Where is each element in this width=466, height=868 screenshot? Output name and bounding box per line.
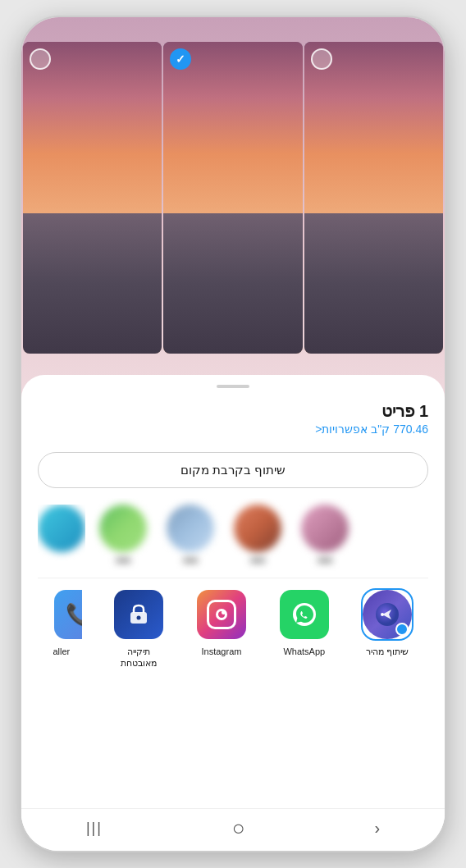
nav-back-button[interactable]: ||| (70, 813, 119, 843)
whatsapp-icon (280, 590, 329, 639)
tikiya-icon (114, 590, 163, 639)
selection-circle-1[interactable] (30, 48, 51, 70)
app-item-tikiya[interactable]: תיקייהמאובטחת (112, 588, 165, 669)
app-item-instagram[interactable]: Instagram (195, 588, 248, 669)
share-subtitle: 770.46 ק"ב אפשרויות< (38, 423, 428, 436)
app-icon-tikiya (112, 588, 165, 641)
contact-avatar-1 (99, 505, 147, 552)
share-title: 1 פריט (38, 401, 428, 421)
ig-ring (207, 600, 236, 629)
app-label-quickshare: שיתוף מהיר (366, 646, 409, 657)
contact-item-3[interactable]: ■■■ (228, 505, 287, 564)
contacts-row: ■■■ ■■■ ■■■ ■■■ (38, 498, 428, 571)
app-item-whatsapp[interactable]: WhatsApp (278, 588, 331, 669)
app-item-partial[interactable]: 📞 aller (53, 588, 82, 669)
contact-name-3: ■■■ (250, 555, 265, 564)
app-label-whatsapp: WhatsApp (283, 646, 325, 657)
gallery-area (21, 17, 445, 419)
selection-circle-3[interactable] (311, 48, 332, 70)
app-icon-quickshare (361, 588, 413, 641)
contact-name-1: ■■■ (116, 555, 130, 564)
photo-strip (21, 17, 445, 419)
contact-name-2: ■■■ (183, 555, 198, 564)
svg-point-1 (137, 616, 141, 620)
contact-item-2[interactable]: ■■■ (161, 505, 220, 564)
app-label-tikiya: תיקייהמאובטחת (121, 646, 157, 669)
svg-point-4 (381, 613, 384, 616)
app-item-quickshare[interactable]: שיתוף מהיר (361, 588, 413, 669)
app-label-instagram: Instagram (202, 646, 242, 657)
contact-avatar-2 (167, 505, 214, 552)
bottom-navigation: ||| ○ › (21, 808, 445, 851)
quickshare-dot (395, 623, 409, 636)
photo-item-3[interactable] (304, 42, 443, 354)
instagram-icon (197, 590, 246, 639)
share-bottom-sheet: 1 פריט 770.46 ק"ב אפשרויות< שיתוף בקרבת … (21, 375, 445, 851)
phone-frame: 1 פריט 770.46 ק"ב אפשרויות< שיתוף בקרבת … (20, 16, 446, 852)
share-nearby-button[interactable]: שיתוף בקרבת מקום (38, 452, 428, 488)
app-icon-whatsapp (278, 588, 331, 641)
share-header: 1 פריט 770.46 ק"ב אפשרויות< (38, 401, 428, 436)
app-label-partial: aller (53, 646, 70, 657)
app-icon-instagram (195, 588, 248, 641)
partial-icon: 📞 (54, 590, 82, 639)
ig-dot (222, 610, 226, 614)
contact-item-1[interactable]: ■■■ (94, 505, 153, 564)
contact-item-4[interactable]: ■■■ (295, 505, 354, 564)
app-icon-partial: 📞 (53, 588, 82, 641)
photo-item-1[interactable] (23, 42, 162, 354)
contact-item-partial[interactable] (38, 505, 85, 564)
apps-row: 📞 aller תיקייהמאובטחת (38, 578, 428, 676)
contact-avatar-4 (301, 505, 349, 552)
photo-item-2[interactable] (163, 42, 302, 354)
sheet-handle (217, 385, 249, 388)
contact-avatar-partial (38, 505, 85, 552)
quickshare-icon (363, 590, 412, 639)
nav-home-button[interactable]: ○ (216, 809, 262, 847)
selection-circle-2[interactable] (170, 48, 191, 70)
contact-avatar-3 (234, 505, 281, 552)
nav-recents-button[interactable]: › (358, 812, 396, 844)
contact-name-4: ■■■ (318, 555, 332, 564)
